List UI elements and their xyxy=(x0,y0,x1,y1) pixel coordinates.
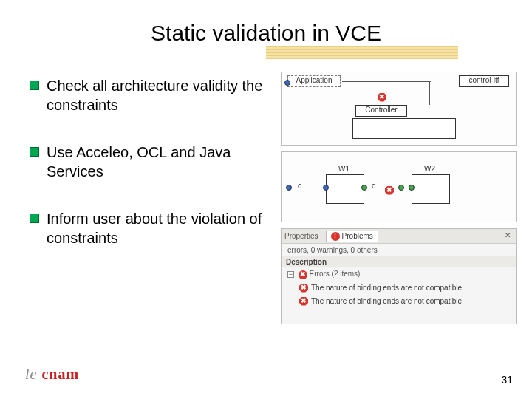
bullet-icon xyxy=(30,147,39,157)
slide: Static validation in VCE Check all archi… xyxy=(0,0,532,399)
connector-line xyxy=(293,188,326,188)
error-item[interactable]: ✖ The nature of binding ends are not com… xyxy=(282,295,516,308)
box-w2: W2 xyxy=(412,174,450,204)
bullet-icon xyxy=(30,214,39,223)
diagram-column: Application control-itf ✖ Controller c xyxy=(281,72,517,324)
column-header: Description xyxy=(282,256,516,267)
error-group[interactable]: − ✖ Errors (2 items) xyxy=(282,267,516,282)
tab-label: Problems xyxy=(342,232,373,240)
bullet-text: Check all architecture validity the cons… xyxy=(47,76,273,115)
list-item: Use Acceleo, OCL and Java Services xyxy=(30,143,273,181)
tab-problems[interactable]: ! Problems xyxy=(326,231,378,242)
port-icon xyxy=(361,185,367,191)
box-label: W2 xyxy=(424,165,435,173)
content-row: Check all architecture validity the cons… xyxy=(0,55,532,324)
logo: le cnam xyxy=(25,366,79,383)
box-label: W1 xyxy=(338,165,349,173)
box-control-itf: control-itf xyxy=(459,75,509,87)
group-label: Errors (2 items) xyxy=(310,270,361,278)
port-label: c xyxy=(372,182,375,190)
diagram-application: Application control-itf ✖ Controller xyxy=(281,72,517,146)
page-title: Static validation in VCE xyxy=(0,0,532,52)
logo-cnam: cnam xyxy=(41,366,79,382)
port-icon xyxy=(284,80,290,86)
tree-collapse-icon[interactable]: − xyxy=(287,271,294,278)
close-icon[interactable]: ✕ xyxy=(505,231,512,239)
problems-summary: errors, 0 warnings, 0 others xyxy=(282,244,516,256)
diagram-bindings: c W1 c ✖ W2 xyxy=(281,151,517,222)
box-application: Application xyxy=(287,75,341,87)
box-controller: Controller xyxy=(355,105,407,117)
page-number: 31 xyxy=(501,374,513,386)
error-icon: ✖ xyxy=(299,270,307,279)
port-label: c xyxy=(298,182,301,190)
title-underline xyxy=(74,52,458,52)
port-icon xyxy=(286,185,292,191)
bullet-icon xyxy=(30,81,39,90)
error-icon: ✖ xyxy=(299,284,308,293)
box-label: Application xyxy=(296,76,332,84)
list-item: Check all architecture validity the cons… xyxy=(30,76,273,115)
box-label: Controller xyxy=(365,106,397,114)
tab-properties[interactable]: Properties xyxy=(284,232,318,240)
box-label: control-itf xyxy=(468,76,499,84)
error-item[interactable]: ✖ The nature of binding ends are not com… xyxy=(282,282,516,295)
error-text: The nature of binding ends are not compa… xyxy=(311,297,462,305)
bullet-text: Use Acceleo, OCL and Java Services xyxy=(47,143,273,181)
error-icon: ✖ xyxy=(385,182,394,195)
problems-icon: ! xyxy=(331,232,340,241)
container-box xyxy=(352,118,456,139)
error-text: The nature of binding ends are not compa… xyxy=(311,284,462,292)
problems-panel: Properties ! Problems ✕ errors, 0 warnin… xyxy=(281,228,517,324)
bullet-list: Check all architecture validity the cons… xyxy=(30,72,273,324)
connector-line xyxy=(429,81,430,105)
list-item: Inform user about the violation of const… xyxy=(30,209,273,248)
error-icon: ✖ xyxy=(299,297,308,306)
logo-le: le xyxy=(25,366,41,382)
tab-bar: Properties ! Problems ✕ xyxy=(282,229,516,244)
port-icon xyxy=(398,185,404,191)
connector-line xyxy=(342,81,431,82)
error-icon: ✖ xyxy=(378,89,386,102)
box-w1: W1 xyxy=(326,174,364,204)
bullet-text: Inform user about the violation of const… xyxy=(47,209,273,248)
port-icon xyxy=(409,185,415,191)
port-icon xyxy=(323,185,329,191)
